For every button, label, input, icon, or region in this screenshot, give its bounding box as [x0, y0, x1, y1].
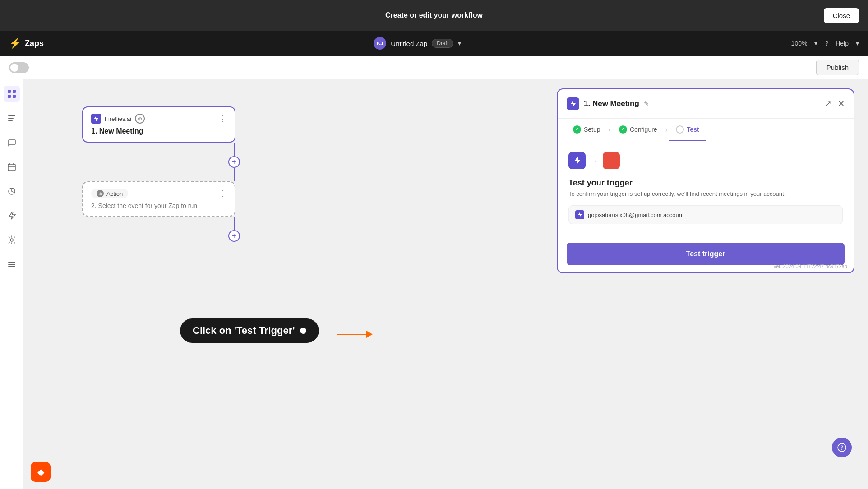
zap-icon: ⚡ [9, 37, 21, 49]
account-name: gojosatorusix08@gmail.com account [588, 212, 684, 218]
panel: 1. New Meeting ✎ ⤢ ✕ ✓ Setup › [557, 88, 854, 273]
tab-chevron-1: › [609, 126, 611, 134]
sidebar-item-messages[interactable] [4, 134, 20, 151]
top-bar-title: Create or edit your workflow [385, 11, 483, 19]
svg-point-9 [10, 239, 13, 241]
panel-header: 1. New Meeting ✎ ⤢ ✕ [558, 89, 854, 119]
connector-line-1 [234, 143, 235, 156]
svg-rect-10 [8, 262, 15, 263]
configure-check-icon: ✓ [619, 125, 627, 134]
sidebar-item-calendar[interactable] [4, 159, 20, 175]
trigger-source-icon [568, 152, 586, 169]
svg-rect-1 [13, 90, 16, 93]
tooltip-dot [300, 328, 306, 334]
nav-bar: ⚡ Zaps KJ Untitled Zap Draft ▾ 100% ▾ ? … [0, 31, 868, 56]
action-badge-icon: ⊕ [97, 190, 104, 197]
svg-rect-7 [8, 164, 15, 171]
bottom-orange-icon[interactable]: ◆ [31, 462, 51, 482]
panel-app-icon [567, 97, 579, 110]
app-container: ⚡ Zaps KJ Untitled Zap Draft ▾ 100% ▾ ? … [0, 31, 868, 489]
setup-check-icon: ✓ [573, 125, 581, 134]
svg-rect-5 [8, 118, 14, 119]
arrow-head [366, 331, 373, 338]
panel-title: 1. New Meeting [584, 99, 639, 108]
connector-line-3 [234, 217, 235, 230]
trigger-type-icon: ⊕ [135, 114, 145, 124]
svg-rect-2 [8, 95, 11, 98]
test-trigger-button[interactable]: Test trigger [567, 243, 845, 265]
add-step-button-1[interactable]: + [228, 156, 240, 168]
action-node[interactable]: ⊕ Action ⋮ 2. Select the event for your … [82, 181, 235, 217]
test-trigger-desc: To confirm your trigger is set up correc… [568, 190, 843, 197]
fireflies-icon [91, 114, 101, 124]
svg-rect-11 [8, 264, 15, 265]
trigger-node-title: 1. New Meeting [91, 127, 226, 135]
zap-toggle[interactable] [9, 62, 29, 73]
zap-name[interactable]: Untitled Zap [391, 40, 427, 47]
account-icon [575, 210, 584, 219]
tooltip-text: Click on 'Test Trigger' [193, 325, 295, 337]
node-app-name: Fireflies.ai [105, 115, 131, 122]
user-avatar: KJ [374, 37, 386, 50]
connector-2: + [157, 217, 311, 242]
node-app-info: Fireflies.ai ⊕ [91, 114, 145, 124]
tooltip-bubble: Click on 'Test Trigger' [180, 318, 319, 343]
panel-close-icon[interactable]: ✕ [838, 99, 845, 109]
help-label[interactable]: Help [836, 40, 849, 47]
help-icon: ? [825, 40, 828, 47]
svg-rect-12 [8, 266, 15, 267]
action-node-menu[interactable]: ⋮ [218, 189, 226, 198]
sidebar-item-history[interactable] [4, 183, 20, 199]
panel-body: → Test your trigger To confirm your trig… [558, 141, 854, 235]
dropdown-chevron-icon[interactable]: ▾ [458, 40, 461, 47]
zoom-level[interactable]: 100% [791, 40, 808, 47]
tab-configure[interactable]: ✓ Configure [613, 119, 664, 141]
tab-setup[interactable]: ✓ Setup [567, 119, 607, 141]
tab-configure-label: Configure [630, 126, 657, 133]
sidebar-item-zaps[interactable] [4, 208, 20, 224]
tooltip-arrow [337, 331, 373, 338]
zoom-chevron-icon[interactable]: ▾ [814, 40, 817, 47]
account-row: gojosatorusix08@gmail.com account [568, 205, 843, 224]
node-header: Fireflies.ai ⊕ ⋮ [91, 114, 226, 124]
svg-rect-3 [13, 95, 16, 98]
tab-test[interactable]: Test [669, 119, 706, 141]
trigger-node-menu[interactable]: ⋮ [218, 115, 226, 123]
add-step-button-2[interactable]: + [228, 230, 240, 242]
main-content: Fireflies.ai ⊕ ⋮ 1. New Meeting + [0, 79, 868, 489]
sidebar-item-apps[interactable] [4, 86, 20, 102]
toolbar: Publish [0, 56, 868, 79]
help-fab[interactable] [832, 438, 852, 457]
publish-button[interactable]: Publish [816, 60, 859, 75]
tab-chevron-2: › [665, 126, 668, 134]
svg-rect-0 [8, 90, 11, 93]
tab-setup-label: Setup [584, 126, 600, 133]
connector-1: + [157, 143, 311, 181]
panel-tabs: ✓ Setup › ✓ Configure › Test [558, 119, 854, 141]
version-info: ver. 2024-09-11T22:47-bc9172ab [774, 263, 847, 269]
trigger-arrow-icon: → [590, 156, 598, 166]
svg-rect-4 [8, 115, 15, 116]
trigger-target-icon [603, 152, 620, 169]
sidebar-item-menu[interactable] [4, 256, 20, 272]
sidebar-item-tasks[interactable] [4, 110, 20, 126]
nav-center: KJ Untitled Zap Draft ▾ [374, 37, 461, 50]
close-button[interactable]: Close [824, 8, 859, 23]
bottom-icon-symbol: ◆ [37, 466, 44, 477]
svg-point-14 [841, 449, 842, 450]
trigger-node[interactable]: Fireflies.ai ⊕ ⋮ 1. New Meeting [82, 106, 235, 143]
arrow-line [337, 334, 366, 335]
tab-test-label: Test [687, 126, 699, 133]
sidebar-item-settings[interactable] [4, 232, 20, 248]
action-badge-label: Action [106, 190, 123, 197]
nav-right: 100% ▾ ? Help ▾ [791, 40, 859, 47]
top-bar: Create or edit your workflow Close [0, 0, 868, 31]
test-trigger-title: Test your trigger [568, 178, 843, 188]
expand-icon[interactable]: ⤢ [825, 99, 831, 109]
draft-badge[interactable]: Draft [432, 39, 453, 48]
action-node-desc: 2. Select the event for your Zap to run [91, 202, 226, 209]
action-badge: ⊕ Action [91, 189, 128, 198]
test-circle-icon [676, 125, 684, 134]
help-chevron-icon[interactable]: ▾ [856, 40, 859, 47]
edit-icon[interactable]: ✎ [644, 100, 649, 107]
